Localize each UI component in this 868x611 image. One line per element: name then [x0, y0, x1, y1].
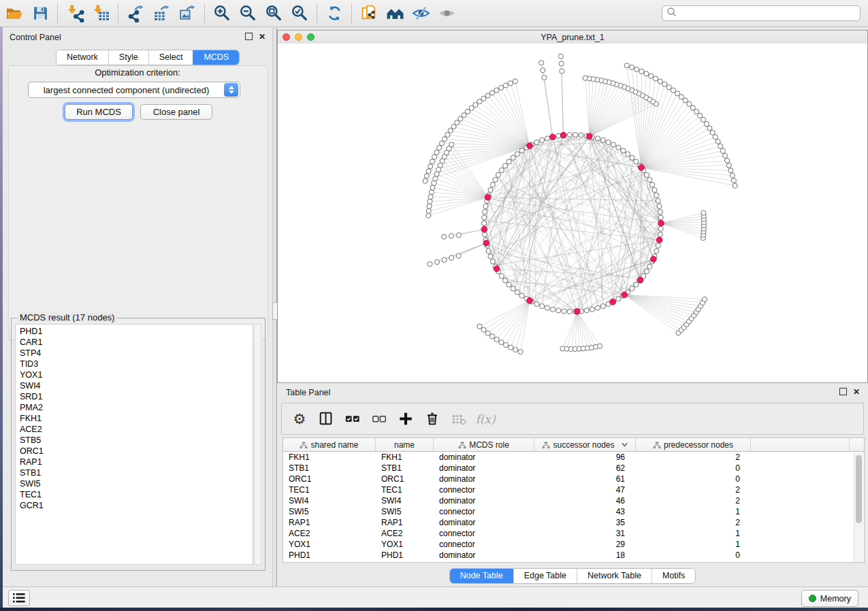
mcds-hub-node[interactable] — [658, 220, 664, 227]
table-row-RAP1[interactable]: RAP1RAP1dominator352 — [283, 517, 864, 528]
cell[interactable]: 2 — [636, 517, 751, 528]
cell[interactable]: YOX1 — [283, 539, 376, 550]
mcds-result-item[interactable]: PMA2 — [20, 402, 253, 413]
table-row-PHD1[interactable]: PHD1PHD1dominator180 — [283, 550, 864, 561]
mcds-hub-node[interactable] — [527, 143, 533, 149]
table-row-ORC1[interactable]: ORC1ORC1dominator610 — [283, 474, 864, 484]
tab-network[interactable]: Network — [57, 50, 108, 65]
cell[interactable]: FKH1 — [376, 452, 434, 463]
mcds-result-item[interactable]: SRD1 — [20, 391, 253, 402]
table-scrollbar-thumb[interactable] — [856, 455, 862, 523]
cell[interactable]: 62 — [534, 463, 636, 474]
float-panel-icon[interactable] — [245, 33, 253, 40]
mcds-result-item[interactable]: ACE2 — [20, 424, 253, 435]
cell[interactable]: dominator — [434, 550, 534, 561]
cell[interactable]: YOX1 — [376, 539, 434, 550]
cell[interactable]: SWI5 — [283, 506, 376, 517]
cell[interactable]: dominator — [434, 463, 534, 474]
select-all-icon[interactable] — [344, 411, 361, 427]
cell[interactable]: 61 — [534, 474, 636, 484]
mcds-result-item[interactable]: FKH1 — [20, 413, 253, 424]
cell[interactable]: RAP1 — [283, 517, 376, 528]
cell[interactable] — [751, 528, 850, 539]
sort-menu-icon[interactable] — [622, 442, 628, 447]
task-list-button[interactable] — [8, 590, 30, 606]
column-header-shared-name[interactable]: shared name — [283, 438, 376, 451]
cell[interactable]: 1 — [636, 506, 751, 517]
memory-button[interactable]: Memory — [801, 590, 858, 607]
mcds-hub-node[interactable] — [575, 309, 581, 315]
tab-node-table[interactable]: Node Table — [450, 569, 513, 583]
cell[interactable]: connector — [434, 506, 534, 517]
mcds-hub-node[interactable] — [494, 266, 500, 272]
cell[interactable]: 35 — [534, 517, 636, 528]
tab-style[interactable]: Style — [108, 50, 148, 65]
cell[interactable]: connector — [434, 539, 534, 550]
cell[interactable]: ORC1 — [376, 474, 434, 484]
cell[interactable]: TEC1 — [376, 484, 434, 495]
cell[interactable]: 1 — [636, 528, 751, 539]
tab-network-table[interactable]: Network Table — [577, 569, 652, 583]
hide-selected-icon[interactable] — [411, 3, 431, 24]
column-header-name[interactable]: name — [376, 438, 434, 451]
cell[interactable]: connector — [434, 528, 534, 539]
cell[interactable]: 0 — [636, 463, 751, 474]
export-network-icon[interactable] — [125, 3, 146, 24]
mcds-hub-node[interactable] — [527, 297, 533, 303]
network-graph[interactable] — [278, 44, 867, 382]
cell[interactable]: dominator — [434, 495, 534, 506]
cell[interactable] — [751, 495, 850, 506]
table-row-SWI5[interactable]: SWI5SWI5connector431 — [283, 506, 864, 517]
cell[interactable] — [751, 474, 850, 484]
import-table-icon[interactable] — [91, 3, 111, 24]
zoom-selected-icon[interactable] — [289, 3, 310, 24]
cell[interactable]: connector — [434, 484, 534, 495]
cell[interactable]: ACE2 — [376, 528, 434, 539]
cell[interactable]: dominator — [434, 452, 534, 463]
mcds-result-item[interactable]: TEC1 — [20, 489, 253, 500]
network-titlebar[interactable]: YPA_prune.txt_1 — [278, 31, 867, 44]
mcds-result-item[interactable]: STB5 — [20, 435, 253, 446]
columns-icon[interactable] — [318, 411, 334, 427]
search-box[interactable] — [662, 5, 861, 21]
tab-select[interactable]: Select — [148, 50, 193, 65]
cell[interactable] — [751, 484, 850, 495]
table-scrollbar[interactable] — [854, 452, 863, 563]
close-panel-button[interactable]: Close panel — [140, 104, 212, 120]
table-row-TEC1[interactable]: TEC1TEC1connector472 — [283, 484, 864, 495]
cell[interactable]: SWI5 — [376, 506, 434, 517]
refresh-icon[interactable] — [324, 3, 344, 24]
mcds-hub-node[interactable] — [622, 292, 628, 298]
close-panel-icon[interactable]: ✕ — [259, 33, 266, 40]
gear-icon[interactable]: ⚙ — [291, 411, 308, 427]
mcds-result-item[interactable]: SWI4 — [20, 380, 253, 391]
cell[interactable]: dominator — [434, 474, 534, 484]
cell[interactable]: ACE2 — [283, 528, 376, 539]
open-session-icon[interactable] — [4, 3, 25, 24]
zoom-fit-icon[interactable] — [263, 3, 284, 24]
cell[interactable]: 29 — [534, 539, 636, 550]
save-session-icon[interactable] — [30, 3, 50, 24]
table-row-ACE2[interactable]: ACE2ACE2connector311 — [283, 528, 864, 539]
run-mcds-button[interactable]: Run MCDS — [65, 104, 133, 120]
cell[interactable]: FKH1 — [283, 452, 376, 463]
cell[interactable]: 2 — [636, 452, 751, 463]
mcds-hub-node[interactable] — [481, 227, 487, 233]
mcds-hub-node[interactable] — [550, 134, 556, 140]
mcds-result-item[interactable]: STB1 — [20, 467, 253, 478]
mcds-hub-node[interactable] — [485, 195, 491, 201]
cell[interactable]: PHD1 — [376, 550, 434, 561]
tab-mcds[interactable]: MCDS — [193, 50, 239, 65]
float-table-panel-icon[interactable] — [839, 388, 847, 395]
add-row-icon[interactable] — [398, 411, 414, 427]
export-table-icon[interactable] — [151, 3, 172, 24]
cell[interactable]: 46 — [534, 495, 636, 506]
mcds-result-item[interactable]: STP4 — [20, 348, 253, 359]
export-image-icon[interactable] — [177, 3, 197, 24]
cell[interactable]: STB1 — [376, 463, 434, 474]
cell[interactable]: PHD1 — [283, 550, 376, 561]
mcds-hub-node[interactable] — [637, 277, 643, 283]
houses-icon[interactable] — [385, 3, 405, 24]
cell[interactable]: 18 — [534, 550, 636, 561]
zoom-out-icon[interactable] — [238, 3, 258, 24]
